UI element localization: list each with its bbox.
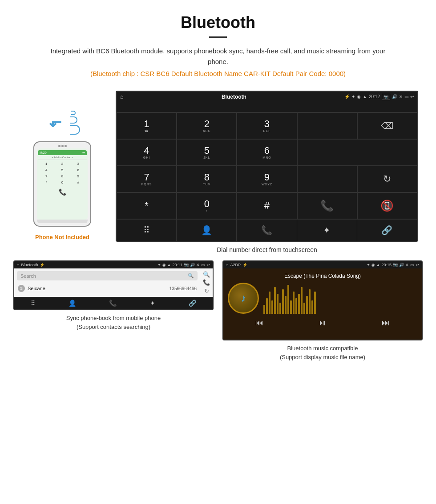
music-x-icon: ✕ bbox=[405, 263, 409, 267]
dial-key-0[interactable]: 0 + bbox=[177, 192, 237, 219]
pb-bottom-bar: ⠿ 👤 📞 ✦ 🔗 bbox=[14, 297, 213, 309]
phone-screen: M:20 ▪▪▪ + Add to Contacts 1 2 3 4 5 6 7… bbox=[37, 148, 88, 220]
pb-cam-icon: 📷 bbox=[184, 263, 189, 267]
pb-time: 20:11 bbox=[172, 263, 182, 267]
music-time: 20:15 bbox=[381, 263, 392, 267]
search-bar[interactable]: Search 🔍 bbox=[17, 271, 198, 280]
visualizer-bar bbox=[277, 294, 279, 314]
home-icon[interactable]: ⌂ bbox=[120, 93, 124, 100]
phone-call-btn: 📞 bbox=[38, 188, 87, 196]
search-icon: 🔍 bbox=[188, 273, 194, 279]
camera-icon[interactable]: 📷 bbox=[382, 94, 390, 100]
pb-app-name: Bluetooth bbox=[21, 263, 38, 267]
pb-grid-icon[interactable]: ⠿ bbox=[31, 300, 35, 307]
statusbar-app-name: Bluetooth bbox=[222, 94, 246, 100]
pb-statusbar: ⌂ Bluetooth ⚡ ✦ ◉ ▲ 20:11 📷 🔊 ✕ ▭ ↩ bbox=[14, 261, 213, 268]
dial-key-5[interactable]: 5 JKL bbox=[177, 139, 237, 166]
music-back-icon: ↩ bbox=[416, 263, 419, 267]
music-skip-forward-icon[interactable]: ⏭ bbox=[382, 318, 390, 328]
phone-section: ⬐ M:20 ▪▪▪ + Add to Contacts bbox=[13, 91, 111, 240]
phone-top-dots bbox=[37, 145, 88, 147]
call-red-icon: 📵 bbox=[380, 200, 394, 212]
pb-call-icon[interactable]: 📞 bbox=[109, 300, 117, 307]
visualizer-bar bbox=[282, 289, 284, 314]
volume-icon[interactable]: 🔊 bbox=[392, 94, 397, 99]
refresh-icon: ↻ bbox=[383, 173, 391, 185]
dial-key-6[interactable]: 6 MNO bbox=[237, 139, 297, 166]
visualizer-bar bbox=[269, 292, 270, 314]
contact-phone: 13566664466 bbox=[170, 286, 197, 291]
pb-refresh-icon[interactable]: ↻ bbox=[204, 288, 209, 294]
dial-empty-1 bbox=[297, 112, 357, 139]
dialpad-grid-icon: ⠿ bbox=[143, 225, 150, 236]
phone-not-included-label: Phone Not Included bbox=[35, 234, 89, 240]
visualizer-bar bbox=[309, 289, 311, 314]
music-caption: Bluetooth music compatible (Support disp… bbox=[280, 344, 365, 361]
phonebook-screen: ⌂ Bluetooth ⚡ ✦ ◉ ▲ 20:11 📷 🔊 ✕ ▭ ↩ bbox=[13, 260, 214, 310]
dial-refresh[interactable]: ↻ bbox=[357, 166, 417, 192]
dial-key-1[interactable]: 1 ☎ bbox=[117, 112, 177, 139]
phonebook-item: ⌂ Bluetooth ⚡ ✦ ◉ ▲ 20:11 📷 🔊 ✕ ▭ ↩ bbox=[13, 260, 214, 361]
music-play-pause-icon[interactable]: ⏯ bbox=[319, 318, 327, 328]
dial-key-2[interactable]: 2 ABC bbox=[177, 112, 237, 139]
wifi-arcs-icon bbox=[70, 111, 80, 135]
close-icon[interactable]: ✕ bbox=[399, 94, 403, 99]
music-sb-right: ✦ ◉ ▲ 20:15 📷 🔊 ✕ ▭ ↩ bbox=[367, 263, 419, 267]
dial-key-star[interactable]: * bbox=[117, 192, 177, 219]
time-display: 20:12 bbox=[369, 94, 380, 99]
pb-win-icon: ▭ bbox=[201, 263, 205, 267]
pb-search-icon[interactable]: 🔍 bbox=[203, 271, 210, 278]
dial-backspace[interactable]: ⌫ bbox=[357, 112, 417, 139]
pb-vol-icon: 🔊 bbox=[190, 263, 195, 267]
dial-key-7[interactable]: 7 PQRS bbox=[117, 166, 177, 192]
dial-key-8[interactable]: 8 TUV bbox=[177, 166, 237, 192]
main-android-screen: ⌂ Bluetooth ⚡ ✦ ◉ ▲ 20:12 📷 🔊 ✕ ▭ ↩ bbox=[116, 91, 418, 242]
pb-link-icon[interactable]: 🔗 bbox=[189, 300, 196, 307]
main-content: ⬐ M:20 ▪▪▪ + Add to Contacts bbox=[0, 91, 436, 260]
bottom-screenshots: ⌂ Bluetooth ⚡ ✦ ◉ ▲ 20:11 📷 🔊 ✕ ▭ ↩ bbox=[0, 260, 436, 361]
dial-key-9[interactable]: 9 WXYZ bbox=[237, 166, 297, 192]
back-icon[interactable]: ↩ bbox=[410, 94, 414, 99]
dial-key-hash[interactable]: # bbox=[237, 192, 297, 219]
visualizer-bar bbox=[287, 285, 289, 314]
pb-sig-icon: ▲ bbox=[167, 263, 171, 267]
statusbar-right: ⚡ ✦ ◉ ▲ 20:12 📷 🔊 ✕ ▭ ↩ bbox=[344, 94, 414, 100]
pb-phone-icon[interactable]: 📞 bbox=[203, 279, 210, 286]
phone-dialpad: 1 2 3 4 5 6 7 8 9 * 0 # bbox=[38, 160, 87, 186]
pb-back-icon: ↩ bbox=[206, 263, 210, 267]
statusbar-left: ⌂ bbox=[120, 93, 124, 100]
phone-mockup: M:20 ▪▪▪ + Add to Contacts 1 2 3 4 5 6 7… bbox=[33, 141, 91, 227]
title-divider bbox=[209, 36, 227, 38]
action-dialpad[interactable]: ⠿ bbox=[117, 220, 177, 241]
action-contacts[interactable]: 👤 bbox=[177, 220, 237, 241]
bluetooth-action-icon: ✦ bbox=[323, 225, 331, 236]
pb-bt-bottom-icon[interactable]: ✦ bbox=[150, 300, 155, 307]
action-phone[interactable]: 📞 bbox=[237, 220, 297, 241]
contact-row[interactable]: S Seicane 13566664466 bbox=[17, 283, 198, 294]
dial-key-4[interactable]: 4 GHI bbox=[117, 139, 177, 166]
music-visualizer bbox=[263, 283, 417, 314]
phonebook-caption: Sync phone-book from mobile phone (Suppo… bbox=[66, 314, 161, 331]
dial-call-green[interactable]: 📞 bbox=[297, 192, 357, 219]
music-content-row: ♪ bbox=[228, 283, 417, 314]
visualizer-bar bbox=[290, 300, 292, 314]
pb-user-icon[interactable]: 👤 bbox=[69, 300, 76, 307]
music-sig-icon: ▲ bbox=[376, 263, 380, 267]
visualizer-bar bbox=[303, 303, 305, 314]
music-app-name: A2DP bbox=[230, 263, 241, 267]
window-icon[interactable]: ▭ bbox=[404, 94, 408, 99]
location-icon: ◉ bbox=[357, 94, 361, 99]
action-bluetooth[interactable]: ✦ bbox=[297, 220, 357, 241]
bluetooth-icon-area: ⬐ bbox=[44, 108, 80, 137]
phone-home-bar bbox=[37, 220, 88, 223]
dial-empty-2 bbox=[297, 139, 417, 166]
dial-call-red[interactable]: 📵 bbox=[357, 192, 417, 219]
page-description: Integrated with BC6 Bluetooth module, su… bbox=[40, 46, 396, 67]
phonebook-sidebar: 🔍 📞 ↻ bbox=[200, 268, 213, 297]
visualizer-bar bbox=[311, 300, 313, 314]
dial-screen-container: ⌂ Bluetooth ⚡ ✦ ◉ ▲ 20:12 📷 🔊 ✕ ▭ ↩ bbox=[111, 91, 423, 260]
music-home-icon: ⌂ bbox=[226, 263, 228, 267]
music-skip-back-icon[interactable]: ⏮ bbox=[255, 318, 263, 328]
action-link[interactable]: 🔗 bbox=[357, 220, 417, 241]
dial-key-3[interactable]: 3 DEF bbox=[237, 112, 297, 139]
